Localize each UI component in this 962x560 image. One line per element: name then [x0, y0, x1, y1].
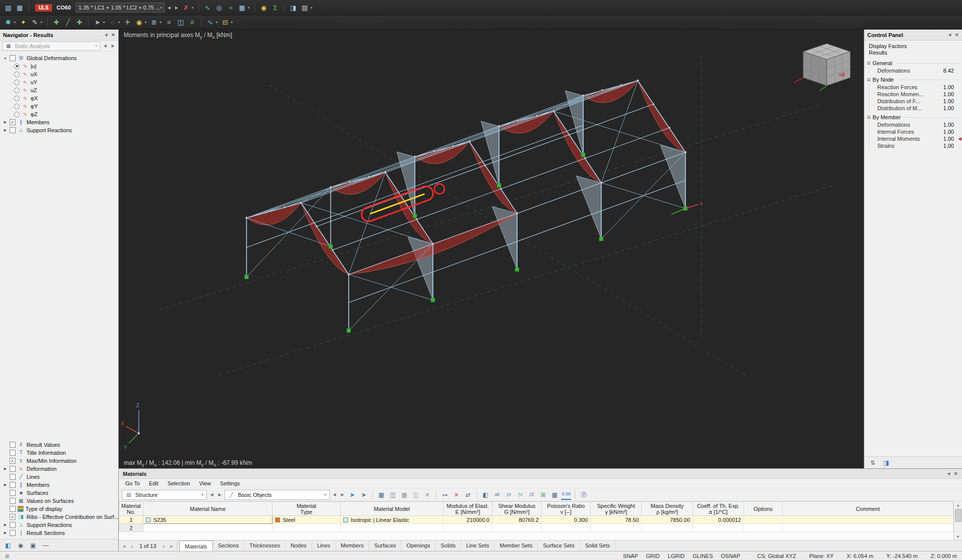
- table-columns-icon[interactable]: ▦: [399, 490, 409, 500]
- chevron-down-icon[interactable]: ▾: [143, 20, 148, 25]
- chevron-down-icon[interactable]: ▾: [190, 6, 195, 10]
- factor-value[interactable]: 1.00: [943, 122, 962, 128]
- numbering-icon[interactable]: #: [187, 17, 197, 28]
- chevron-down-icon[interactable]: ▾: [39, 20, 44, 25]
- empty-cell[interactable]: [542, 524, 591, 532]
- close-icon[interactable]: ✕: [954, 471, 958, 476]
- menu-go-to[interactable]: Go To: [121, 480, 144, 486]
- tree-item-ux[interactable]: ∿ uX: [1, 70, 118, 78]
- expander-icon[interactable]: ▶: [3, 483, 8, 487]
- empty-cell[interactable]: [642, 524, 693, 532]
- checkbox[interactable]: [10, 450, 16, 456]
- factor-row-internal-moments[interactable]: Internal Moments 1.00 ◀: [869, 135, 962, 142]
- clear-table-icon[interactable]: ✕: [422, 490, 432, 500]
- add-table-icon[interactable]: ⊞: [538, 490, 548, 500]
- render-mode-icon[interactable]: ◨: [288, 3, 299, 13]
- tree-item-surfaces[interactable]: ■ Surfaces: [1, 489, 118, 497]
- move-view-icon[interactable]: ✛: [122, 17, 133, 28]
- modulus-cell[interactable]: 210000.0: [443, 516, 493, 524]
- menu-settings[interactable]: Settings: [215, 480, 245, 486]
- snap-settings-icon[interactable]: ✱: [3, 17, 14, 28]
- pin-icon[interactable]: ➤: [103, 32, 110, 39]
- load-transfer-icon[interactable]: ⊟: [220, 17, 230, 28]
- result-diagram-icon[interactable]: ∿: [202, 3, 213, 13]
- radio-button[interactable]: [14, 72, 20, 77]
- select-in-table-icon[interactable]: ➤: [347, 490, 357, 500]
- factor-row[interactable]: Internal Forces 1.00: [869, 128, 962, 135]
- tab-sections[interactable]: Sections: [213, 540, 245, 551]
- factor-value[interactable]: 1.00: [943, 98, 962, 104]
- favorites-icon[interactable]: ✦: [18, 17, 29, 28]
- expander-icon[interactable]: ▼: [3, 57, 8, 60]
- material-model-cell[interactable]: Isotropic | Linear Elastic: [341, 516, 443, 524]
- layers-icon[interactable]: ≣: [149, 17, 159, 28]
- checkbox[interactable]: [10, 458, 16, 464]
- tab-nodes[interactable]: Nodes: [286, 540, 312, 551]
- snap-toggle[interactable]: SNAP: [619, 553, 642, 559]
- load-combination-select[interactable]: 1.35 * LC1 + 1.05 * LC2 + 0.75 ... ▾: [76, 3, 165, 13]
- material-row-1[interactable]: 1 S235 Steel Isotropic | Linear Elastic …: [119, 516, 953, 524]
- group-header[interactable]: ⊟ By Member: [864, 113, 962, 121]
- first-table-button[interactable]: «: [121, 543, 128, 549]
- chevron-down-icon[interactable]: ▾: [309, 6, 314, 10]
- previous-table-button[interactable]: ◀: [208, 490, 215, 499]
- checkbox[interactable]: [10, 482, 16, 488]
- checkbox[interactable]: [10, 506, 16, 512]
- viewport-3d[interactable]: x: [119, 30, 864, 468]
- objects-filter-select[interactable]: ╱ Basic Objects ▾: [224, 490, 330, 500]
- navigator-panel-icon[interactable]: ◧: [4, 541, 13, 550]
- empty-cell[interactable]: [693, 524, 744, 532]
- empty-cell[interactable]: [273, 524, 341, 532]
- chevron-down-icon[interactable]: ▾: [102, 20, 106, 25]
- radio-button[interactable]: [14, 80, 20, 85]
- checkbox[interactable]: [10, 490, 16, 496]
- previous-analysis-button[interactable]: ◀: [102, 42, 108, 51]
- thermal-exp-cell[interactable]: 0.000012: [693, 516, 744, 524]
- model-view-icon[interactable]: ▧: [3, 3, 14, 13]
- tab-line-sets[interactable]: Line Sets: [461, 540, 495, 551]
- chevron-down-icon[interactable]: ▾: [13, 20, 17, 25]
- tree-item-support-reactions[interactable]: ▶ ⊥ Support Reactions: [1, 126, 118, 134]
- table-lock-icon[interactable]: ◫: [411, 490, 421, 500]
- scroll-up-icon[interactable]: ▲: [954, 501, 962, 508]
- chevron-down-icon[interactable]: ▾: [247, 6, 251, 10]
- expander-icon[interactable]: ▶: [3, 523, 8, 527]
- menu-edit[interactable]: Edit: [144, 480, 163, 486]
- tree-item-phiz[interactable]: ∿ φZ: [1, 110, 118, 118]
- printout-report-icon[interactable]: ▤: [300, 3, 310, 13]
- smooth-ranges-icon[interactable]: ≈: [225, 3, 236, 13]
- factor-value[interactable]: 1.00: [943, 84, 962, 90]
- tab-solids[interactable]: Solids: [435, 540, 461, 551]
- poisson-cell[interactable]: 0.300: [542, 516, 591, 524]
- close-icon[interactable]: ✕: [955, 32, 959, 38]
- formula-edit-icon[interactable]: ƒx: [515, 490, 525, 500]
- tree-item-u-total[interactable]: ∿ |u|: [1, 62, 118, 70]
- empty-cell[interactable]: [493, 524, 542, 532]
- tree-item-deformation[interactable]: ▶ ∿ Deformation: [1, 465, 118, 473]
- exchange-icon[interactable]: ⇄: [463, 490, 473, 500]
- pick-in-model-icon[interactable]: ➤: [359, 490, 369, 500]
- checkbox[interactable]: [10, 498, 16, 504]
- checkbox[interactable]: [10, 530, 16, 536]
- tab-thicknesses[interactable]: Thicknesses: [245, 540, 286, 551]
- tree-item-result-values[interactable]: # Result Values: [1, 441, 118, 449]
- new-window-icon[interactable]: ◧: [480, 490, 491, 500]
- radio-button[interactable]: [14, 96, 20, 101]
- expander-icon[interactable]: ▶: [3, 467, 8, 471]
- panel-settings-icon[interactable]: ◨: [882, 458, 891, 467]
- new-line-icon[interactable]: ╱: [63, 17, 73, 28]
- analysis-select[interactable]: ▦ Static Analysis ▾: [2, 42, 100, 51]
- lgrid-toggle[interactable]: LGRID: [664, 553, 689, 559]
- radio-button[interactable]: [14, 64, 20, 69]
- previous-page-button[interactable]: ‹: [128, 543, 136, 549]
- scroll-down-icon[interactable]: ▼: [954, 533, 962, 540]
- tree-item-uz[interactable]: ∿ uZ: [1, 86, 118, 94]
- factor-value[interactable]: 8.42: [943, 68, 962, 74]
- checkbox[interactable]: [10, 127, 16, 133]
- row-number[interactable]: 2: [119, 524, 143, 532]
- table-filter-icon[interactable]: ◫: [388, 490, 398, 500]
- work-plane-icon[interactable]: ⌗: [164, 17, 174, 28]
- tree-item-lines[interactable]: ╱ Lines: [1, 473, 118, 481]
- shear-modulus-cell[interactable]: 80769.2: [493, 516, 542, 524]
- factor-value[interactable]: 1.00: [943, 143, 962, 149]
